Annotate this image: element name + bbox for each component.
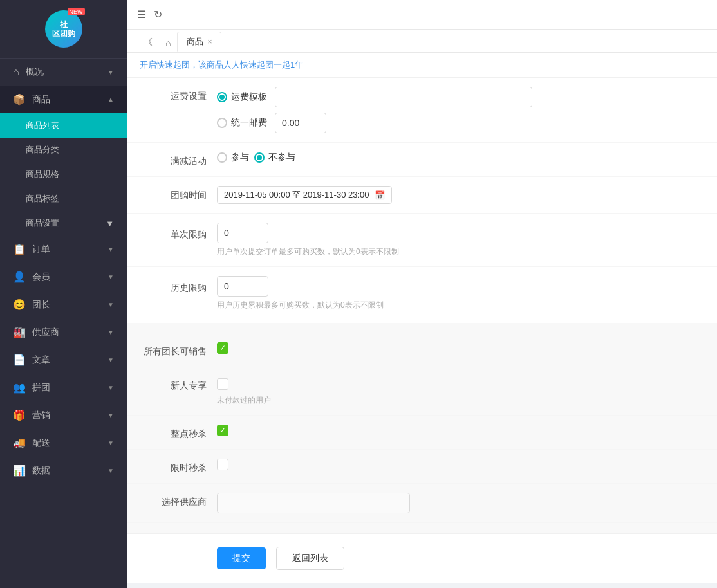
sidebar-item-member[interactable]: 👤 会员 ▼ <box>0 263 127 291</box>
sidebar-item-goods-tag[interactable]: 商品标签 <box>0 187 127 211</box>
group-time-picker[interactable]: 2019-11-05 00:00 至 2019-11-30 23:00 📅 <box>217 186 392 204</box>
new-exclusive-label: 新人专享 <box>140 376 217 392</box>
sidebar-item-delivery[interactable]: 🚚 配送 ▼ <box>0 429 127 457</box>
single-limit-row: 单次限购 用户单次提交订单最多可购买数，默认为0表示不限制 <box>127 214 717 267</box>
shipping-template-row: 运费模板 <box>217 87 704 107</box>
tab-goods[interactable]: 商品 × <box>177 32 221 52</box>
new-exclusive-checkbox[interactable] <box>217 378 228 390</box>
sidebar-logo: 社区团购 NEW <box>0 0 127 59</box>
new-exclusive-row: 新人专享 未付款过的用户 <box>127 367 717 416</box>
refresh-icon[interactable]: ↻ <box>154 8 162 21</box>
all-leaders-content <box>217 342 704 354</box>
history-limit-input[interactable] <box>217 276 268 297</box>
discount-content: 参与 不参与 <box>217 152 704 163</box>
all-leaders-checkbox[interactable] <box>217 342 228 354</box>
main-area: ☰ ↻ 《 ⌂ 商品 × 开启快速起团，该商品人人快速起团一起1年 运费设置 <box>127 0 717 588</box>
form-actions: 提交 返回列表 <box>127 533 717 583</box>
sidebar-item-goods-list[interactable]: 商品列表 <box>0 113 127 138</box>
discount-row: 满减活动 参与 不参与 <box>127 143 717 177</box>
single-limit-content <box>217 223 704 243</box>
unified-postage-row: 统一邮费 <box>217 113 704 133</box>
unified-postage-input[interactable] <box>275 113 326 133</box>
top-notice: 开启快速起团，该商品人人快速起团一起1年 <box>127 53 717 78</box>
checkbox-section: 所有团长可销售 新人专享 未付款过的用户 <box>127 323 717 533</box>
menu-toggle-icon[interactable]: ☰ <box>137 8 146 21</box>
group-time-content: 2019-11-05 00:00 至 2019-11-30 23:00 📅 <box>217 186 704 204</box>
submit-button[interactable]: 提交 <box>217 547 266 569</box>
single-limit-label: 单次限购 <box>140 225 217 241</box>
select-supplier-input[interactable] <box>217 493 410 513</box>
logo-text: 社区团购 <box>52 20 75 39</box>
flash-sale-checkbox[interactable] <box>217 425 228 436</box>
calendar-icon: 📅 <box>375 190 385 200</box>
discount-join-radio[interactable]: 参与 <box>217 152 249 163</box>
discount-label: 满减活动 <box>140 152 217 167</box>
back-list-button[interactable]: 返回列表 <box>276 547 344 570</box>
sidebar: 社区团购 NEW ⌂ 概况 ▼ 📦 商品 ▲ 商品列表 商品分类 商品规格 商品… <box>0 0 127 588</box>
sidebar-item-goods-setting[interactable]: 商品设置 ▼ <box>0 211 127 235</box>
time-limited-content <box>217 459 704 470</box>
sidebar-item-goods-category[interactable]: 商品分类 <box>0 138 127 162</box>
marketing-icon: 🎁 <box>13 409 26 421</box>
time-limited-row: 限时秒杀 <box>127 450 717 484</box>
sidebar-item-data[interactable]: 📊 数据 ▼ <box>0 457 127 484</box>
form-section: 开启快速起团，该商品人人快速起团一起1年 运费设置 运费模板 <box>127 53 717 583</box>
single-limit-input[interactable] <box>217 223 268 243</box>
delivery-icon: 🚚 <box>13 437 26 449</box>
shipping-content: 运费模板 统一邮费 <box>217 87 704 133</box>
select-supplier-label: 选择供应商 <box>140 493 217 508</box>
shipping-template-input[interactable] <box>275 87 532 107</box>
sidebar-item-goods[interactable]: 📦 商品 ▲ <box>0 86 127 113</box>
tab-back-button[interactable]: 《 <box>137 33 159 52</box>
history-limit-content <box>217 276 704 297</box>
data-icon: 📊 <box>13 464 26 477</box>
sidebar-item-goods-spec[interactable]: 商品规格 <box>0 162 127 187</box>
flash-sale-row: 整点秒杀 <box>127 416 717 450</box>
time-limited-label: 限时秒杀 <box>140 459 217 474</box>
flash-sale-label: 整点秒杀 <box>140 425 217 440</box>
content-area: 开启快速起团，该商品人人快速起团一起1年 运费设置 运费模板 <box>127 53 717 588</box>
sidebar-item-team-leader[interactable]: 😊 团长 ▼ <box>0 291 127 318</box>
discount-join-circle <box>217 152 227 163</box>
group-time-row: 团购时间 2019-11-05 00:00 至 2019-11-30 23:00… <box>127 177 717 214</box>
tab-bar: 《 ⌂ 商品 × <box>127 30 717 53</box>
history-limit-label: 历史限购 <box>140 279 217 294</box>
order-icon: 📋 <box>13 243 26 255</box>
select-supplier-row: 选择供应商 <box>127 484 717 523</box>
sidebar-item-order[interactable]: 📋 订单 ▼ <box>0 235 127 263</box>
unified-postage-radio[interactable]: 统一邮费 <box>217 117 267 129</box>
shipping-template-radio[interactable]: 运费模板 <box>217 91 267 103</box>
tab-home-button[interactable]: ⌂ <box>159 34 177 52</box>
single-limit-hint: 用户单次提交订单最多可购买数，默认为0表示不限制 <box>217 247 399 256</box>
tab-close-icon[interactable]: × <box>207 37 212 46</box>
goods-icon: 📦 <box>13 93 26 106</box>
shipping-label: 运费设置 <box>140 87 217 102</box>
history-limit-hint: 用户历史累积最多可购买数，默认为0表示不限制 <box>217 300 384 309</box>
sidebar-item-overview[interactable]: ⌂ 概况 ▼ <box>0 59 127 86</box>
shipping-row: 运费设置 运费模板 统一邮费 <box>127 78 717 143</box>
article-icon: 📄 <box>13 354 26 366</box>
home-icon: ⌂ <box>13 66 19 78</box>
supplier-icon: 🏭 <box>13 326 26 338</box>
select-supplier-content <box>217 493 704 513</box>
discount-no-join-radio[interactable]: 不参与 <box>254 152 295 163</box>
new-exclusive-content <box>217 378 704 390</box>
group-time-label: 团购时间 <box>140 186 217 201</box>
time-limited-checkbox[interactable] <box>217 459 228 470</box>
flash-sale-content <box>217 425 704 436</box>
group-buy-icon: 👥 <box>13 381 26 394</box>
all-leaders-row: 所有团长可销售 <box>127 333 717 367</box>
team-leader-icon: 😊 <box>13 299 26 311</box>
unified-postage-radio-circle <box>217 118 227 128</box>
all-leaders-label: 所有团长可销售 <box>140 342 217 358</box>
sidebar-item-article[interactable]: 📄 文章 ▼ <box>0 346 127 374</box>
sidebar-item-group-buy[interactable]: 👥 拼团 ▼ <box>0 374 127 401</box>
logo-circle: 社区团购 NEW <box>45 10 82 48</box>
sidebar-item-marketing[interactable]: 🎁 营销 ▼ <box>0 401 127 429</box>
sidebar-item-supplier[interactable]: 🏭 供应商 ▼ <box>0 318 127 346</box>
topbar: ☰ ↻ <box>127 0 717 30</box>
history-limit-row: 历史限购 用户历史累积最多可购买数，默认为0表示不限制 <box>127 267 717 320</box>
logo-new-badge: NEW <box>68 8 85 15</box>
shipping-template-radio-circle <box>217 92 227 102</box>
discount-no-join-circle <box>254 152 265 163</box>
